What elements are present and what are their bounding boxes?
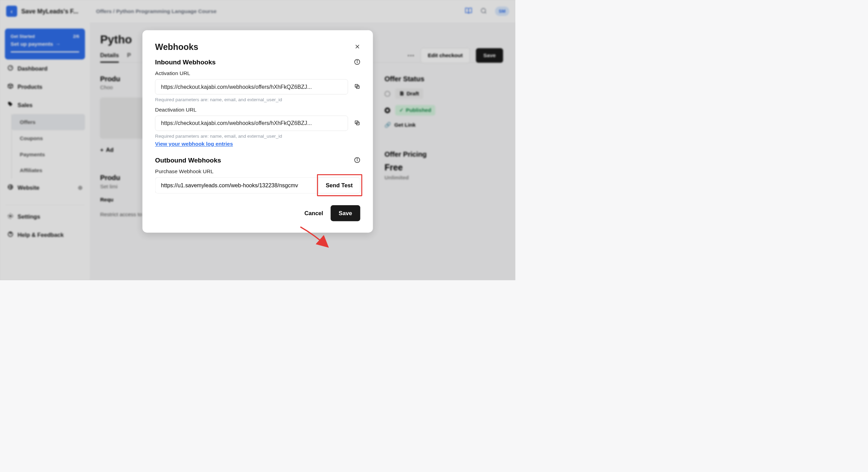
activation-hint: Required parameters are: name, email, an… [155,97,360,102]
deactivation-label: Deactivation URL [155,106,360,113]
activation-url-input[interactable] [155,79,348,94]
send-test-button[interactable]: Send Test [318,177,360,193]
info-icon[interactable] [354,157,360,164]
cancel-button[interactable]: Cancel [304,210,323,217]
close-icon[interactable] [354,44,360,50]
svg-point-10 [357,60,357,61]
copy-icon[interactable] [354,83,360,90]
outbound-title: Outbound Webhooks [155,157,221,164]
deactivation-url-input[interactable] [155,116,348,131]
purchase-webhook-input[interactable] [155,177,318,193]
svg-point-17 [357,158,357,159]
activation-label: Activation URL [155,70,360,76]
webhook-log-link[interactable]: View your webhook log entries [155,141,233,147]
deactivation-hint: Required parameters are: name, email, an… [155,133,360,139]
inbound-title: Inbound Webhooks [155,59,216,66]
info-icon[interactable] [354,59,360,66]
modal-title: Webhooks [155,42,199,52]
purchase-label: Purchase Webhook URL [155,168,360,175]
copy-icon[interactable] [354,120,360,127]
save-button[interactable]: Save [330,205,360,221]
webhooks-modal: Webhooks Inbound Webhooks Activation URL… [142,30,373,233]
